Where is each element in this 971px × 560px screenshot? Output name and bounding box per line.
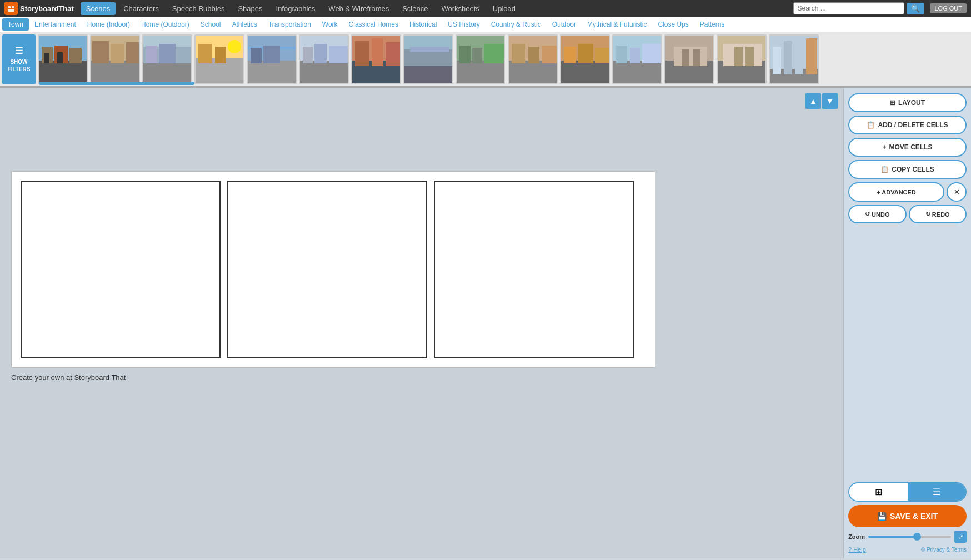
svg-rect-12 <box>91 61 140 84</box>
cat-patterns[interactable]: Patterns <box>694 18 730 31</box>
layout-button[interactable]: ⊞ LAYOUT <box>848 93 967 112</box>
scene-thumb-5[interactable] <box>247 34 297 84</box>
cat-home-indoor[interactable]: Home (Indoor) <box>82 18 136 31</box>
zoom-expand-button[interactable]: ⤢ <box>954 531 967 543</box>
scene-thumb-12[interactable] <box>612 34 662 84</box>
nav-infographics[interactable]: Infographics <box>271 2 321 15</box>
storyboard-cells-container <box>11 171 655 368</box>
nav-upload[interactable]: Upload <box>487 2 521 15</box>
svg-rect-69 <box>693 49 700 66</box>
layout-label: LAYOUT <box>898 99 925 107</box>
list-view-button[interactable]: ☰ <box>908 483 966 501</box>
svg-rect-47 <box>459 46 471 63</box>
cat-mythical-futuristic[interactable]: Mythical & Futuristic <box>582 18 652 31</box>
add-delete-cells-button[interactable]: 📋 ADD / DELETE CELLS <box>848 116 967 134</box>
scroll-indicator <box>39 82 194 85</box>
cat-entertainment[interactable]: Entertainment <box>29 18 82 31</box>
cat-transportation[interactable]: Transportation <box>263 18 317 31</box>
scene-thumb-11[interactable] <box>560 34 610 84</box>
scroll-down-button[interactable]: ▼ <box>822 93 838 109</box>
svg-rect-61 <box>613 61 662 84</box>
svg-rect-10 <box>57 52 63 63</box>
cat-classical-homes[interactable]: Classical Homes <box>343 18 404 31</box>
redo-icon: ↻ <box>925 211 930 218</box>
svg-rect-64 <box>642 44 662 63</box>
svg-rect-74 <box>745 47 754 66</box>
scene-thumb-15[interactable] <box>769 34 819 84</box>
nav-science[interactable]: Science <box>397 2 433 15</box>
svg-rect-52 <box>512 44 525 63</box>
main-area: ▲ ▼ Create your own at Storyboard That ⊞… <box>0 88 971 558</box>
cat-us-history[interactable]: US History <box>442 18 485 31</box>
svg-rect-15 <box>126 42 140 63</box>
advanced-button[interactable]: + ADVANCED <box>848 182 944 202</box>
redo-button[interactable]: ↻ REDO <box>909 205 967 223</box>
svg-rect-40 <box>386 42 401 66</box>
logout-button[interactable]: LOG OUT <box>930 3 967 13</box>
scene-thumb-2[interactable] <box>90 34 140 84</box>
cat-home-outdoor[interactable]: Home (Outdoor) <box>136 18 195 31</box>
scene-thumb-9[interactable] <box>456 34 505 84</box>
search-button[interactable]: 🔍 <box>907 3 924 14</box>
scene-thumb-14[interactable] <box>717 34 767 84</box>
scene-thumb-8[interactable] <box>403 34 453 84</box>
search-input[interactable] <box>793 2 904 14</box>
svg-rect-62 <box>616 46 627 63</box>
scene-thumb-4[interactable] <box>194 34 244 84</box>
scene-thumb-3[interactable] <box>142 34 192 84</box>
zoom-slider[interactable] <box>868 536 951 538</box>
layout-icon: ⊞ <box>890 99 895 107</box>
storyboard-cell-3[interactable] <box>434 181 634 358</box>
scene-thumb-6[interactable] <box>299 34 349 84</box>
svg-rect-19 <box>146 46 157 63</box>
undo-button[interactable]: ↺ UNDO <box>848 205 907 223</box>
svg-rect-3 <box>8 9 14 12</box>
scene-thumb-13[interactable] <box>664 34 714 84</box>
cat-outdoor[interactable]: Outdoor <box>547 18 582 31</box>
svg-rect-14 <box>111 44 124 63</box>
nav-scenes[interactable]: Scenes <box>81 2 116 15</box>
copy-cells-button[interactable]: 📋 COPY CELLS <box>848 160 967 179</box>
scene-thumb-7[interactable] <box>351 34 401 84</box>
cat-historical[interactable]: Historical <box>404 18 442 31</box>
svg-rect-20 <box>159 44 176 63</box>
svg-rect-79 <box>795 44 803 74</box>
nav-worksheets[interactable]: Worksheets <box>436 2 484 15</box>
svg-rect-39 <box>372 38 383 66</box>
cat-work[interactable]: Work <box>317 18 343 31</box>
cat-athletics[interactable]: Athletics <box>227 18 263 31</box>
svg-rect-34 <box>314 44 327 63</box>
logo[interactable]: StoryboardThat <box>4 2 74 15</box>
svg-rect-54 <box>542 46 558 63</box>
cat-close-ups[interactable]: Close Ups <box>652 18 694 31</box>
cat-school[interactable]: School <box>195 18 227 31</box>
privacy-link[interactable]: © Privacy & Terms <box>921 547 967 553</box>
svg-rect-5 <box>39 61 88 84</box>
nav-speech-bubbles[interactable]: Speech Bubbles <box>167 2 231 15</box>
storyboard-cell-2[interactable] <box>227 181 427 358</box>
svg-rect-27 <box>248 61 297 84</box>
nav-web-wireframes[interactable]: Web & Wireframes <box>323 2 394 15</box>
grid-view-button[interactable]: ⊞ <box>849 483 908 501</box>
show-filters-button[interactable]: ☰ SHOWFILTERS <box>2 34 36 84</box>
save-exit-button[interactable]: 💾 SAVE & EXIT <box>848 505 967 527</box>
svg-rect-13 <box>92 41 109 63</box>
zoom-row: Zoom ⤢ <box>848 531 967 543</box>
svg-rect-58 <box>578 44 593 63</box>
nav-characters[interactable]: Characters <box>118 2 164 15</box>
logo-text: StoryboardThat <box>20 4 74 13</box>
svg-rect-49 <box>484 44 504 63</box>
storyboard-cell-1[interactable] <box>21 181 221 358</box>
cat-country-rustic[interactable]: Country & Rustic <box>485 18 547 31</box>
svg-rect-68 <box>682 49 689 66</box>
move-cells-button[interactable]: + MOVE CELLS <box>848 138 967 157</box>
add-delete-icon: 📋 <box>867 121 875 129</box>
scene-thumb-1[interactable] <box>38 34 88 84</box>
cat-town[interactable]: Town <box>2 18 29 31</box>
scene-thumb-10[interactable] <box>508 34 558 84</box>
nav-shapes[interactable]: Shapes <box>232 2 268 15</box>
clear-button[interactable]: ✕ <box>947 182 967 202</box>
scroll-up-button[interactable]: ▲ <box>805 93 821 109</box>
help-link[interactable]: ? Help <box>848 546 866 553</box>
move-icon: + <box>882 143 886 151</box>
